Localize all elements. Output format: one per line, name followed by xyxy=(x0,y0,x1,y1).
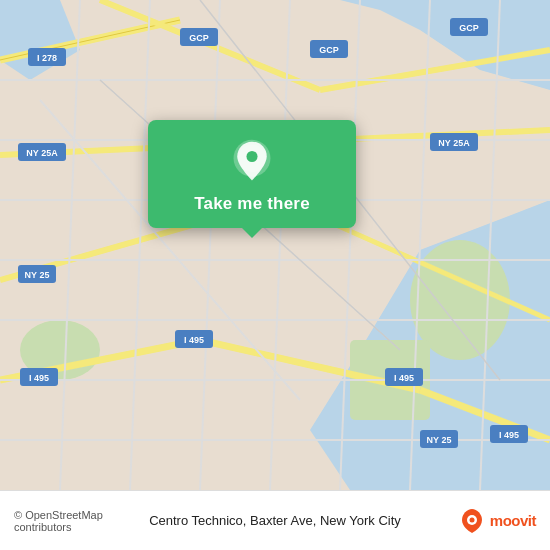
moovit-brand-icon xyxy=(458,507,486,535)
svg-text:NY 25: NY 25 xyxy=(427,435,452,445)
location-pin-icon xyxy=(228,138,276,186)
map-svg: I 278 GCP GCP GCP NY 25A NY 25 NY 25 NY … xyxy=(0,0,550,490)
svg-text:NY 25A: NY 25A xyxy=(438,138,470,148)
svg-text:NY 25: NY 25 xyxy=(25,270,50,280)
svg-point-62 xyxy=(246,151,257,162)
moovit-text: moovit xyxy=(490,512,536,529)
bottom-bar: © OpenStreetMap contributors Centro Tech… xyxy=(0,490,550,550)
svg-text:I 278: I 278 xyxy=(37,53,57,63)
svg-text:GCP: GCP xyxy=(189,33,209,43)
popup-label: Take me there xyxy=(194,194,310,214)
svg-text:GCP: GCP xyxy=(459,23,479,33)
svg-text:I 495: I 495 xyxy=(394,373,414,383)
svg-point-64 xyxy=(469,517,474,522)
map-container: I 278 GCP GCP GCP NY 25A NY 25 NY 25 NY … xyxy=(0,0,550,490)
svg-text:I 495: I 495 xyxy=(29,373,49,383)
svg-text:I 495: I 495 xyxy=(499,430,519,440)
copyright-text: © OpenStreetMap contributors xyxy=(14,509,145,533)
svg-text:I 495: I 495 xyxy=(184,335,204,345)
svg-text:GCP: GCP xyxy=(319,45,339,55)
location-name: Centro Technico, Baxter Ave, New York Ci… xyxy=(145,513,406,528)
popup-card[interactable]: Take me there xyxy=(148,120,356,228)
svg-text:NY 25A: NY 25A xyxy=(26,148,58,158)
moovit-logo: moovit xyxy=(406,507,537,535)
